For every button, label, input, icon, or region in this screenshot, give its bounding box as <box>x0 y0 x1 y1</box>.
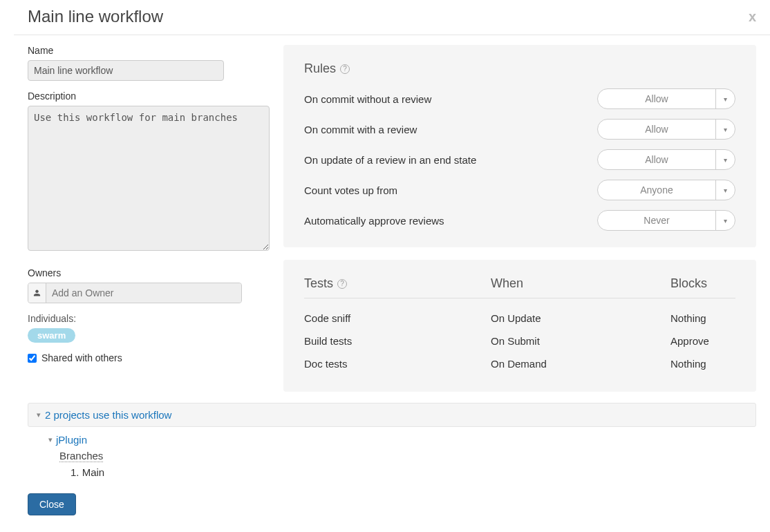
chevron-down-icon: ▾ <box>48 435 53 444</box>
test-when: On Submit <box>491 335 670 347</box>
close-icon[interactable]: x <box>749 10 756 23</box>
help-icon[interactable]: ? <box>340 64 350 74</box>
chevron-down-icon: ▾ <box>715 89 735 108</box>
rule-value: Allow <box>598 150 715 169</box>
name-input[interactable] <box>28 60 224 81</box>
rule-label: On update of a review in an end state <box>304 154 476 166</box>
shared-checkbox[interactable] <box>28 354 37 363</box>
chevron-down-icon: ▾ <box>715 211 735 230</box>
rule-value: Anyone <box>598 180 715 200</box>
test-row: Code sniff On Update Nothing <box>304 307 735 330</box>
test-blocks: Approve <box>670 335 735 347</box>
chevron-down-icon: ▾ <box>715 120 735 139</box>
chevron-down-icon: ▾ <box>715 180 735 200</box>
test-when: On Update <box>491 312 670 324</box>
description-textarea[interactable]: Use this workflow for main branches <box>28 106 270 251</box>
rule-value: Allow <box>598 120 715 139</box>
owner-input-wrap[interactable] <box>28 283 242 303</box>
chevron-down-icon: ▾ <box>37 410 41 419</box>
rule-value: Never <box>598 211 715 230</box>
test-row: Build tests On Submit Approve <box>304 330 735 352</box>
name-label: Name <box>28 45 270 56</box>
test-blocks: Nothing <box>670 358 735 370</box>
tests-header-tests: Tests <box>304 276 333 291</box>
projects-summary-link[interactable]: 2 projects use this workflow <box>45 409 171 421</box>
description-label: Description <box>28 91 270 102</box>
rule-value: Allow <box>598 89 715 108</box>
tests-header-when: When <box>491 276 670 291</box>
chevron-down-icon: ▾ <box>715 150 735 169</box>
test-when: On Demand <box>491 358 670 370</box>
test-row: Doc tests On Demand Nothing <box>304 352 735 375</box>
help-icon[interactable]: ? <box>337 279 347 289</box>
rules-panel: Rules ? On commit without a review Allow… <box>283 45 756 247</box>
rules-title: Rules <box>304 61 336 76</box>
test-name: Doc tests <box>304 358 491 370</box>
owner-input[interactable] <box>46 283 241 303</box>
branches-label: Branches <box>59 450 103 462</box>
rule-label: Automatically approve reviews <box>304 215 444 227</box>
shared-label: Shared with others <box>41 352 122 363</box>
dialog-title: Main line workflow <box>28 7 163 26</box>
tests-header-blocks: Blocks <box>670 276 735 291</box>
projects-summary-bar[interactable]: ▾ 2 projects use this workflow <box>28 403 756 427</box>
test-name: Build tests <box>304 335 491 347</box>
close-button[interactable]: Close <box>28 493 76 515</box>
rule-label: Count votes up from <box>304 184 397 196</box>
rule-dropdown[interactable]: Allow ▾ <box>597 88 735 109</box>
rule-label: On commit with a review <box>304 124 417 135</box>
rule-dropdown[interactable]: Allow ▾ <box>597 119 735 140</box>
rule-label: On commit without a review <box>304 93 431 105</box>
person-icon <box>28 283 46 303</box>
tests-panel: Tests ? When Blocks Code sniff On Update… <box>283 260 756 392</box>
individual-pill[interactable]: swarm <box>28 328 75 343</box>
project-link[interactable]: jPlugin <box>56 434 87 446</box>
test-blocks: Nothing <box>670 312 735 324</box>
owners-label: Owners <box>28 267 270 278</box>
rule-dropdown[interactable]: Anyone ▾ <box>597 180 735 200</box>
rule-dropdown[interactable]: Never ▾ <box>597 210 735 231</box>
branch-number: 1. <box>71 466 82 478</box>
test-name: Code sniff <box>304 312 491 324</box>
rule-dropdown[interactable]: Allow ▾ <box>597 149 735 170</box>
individuals-label: Individuals: <box>28 313 270 324</box>
branch-name: Main <box>82 466 105 478</box>
